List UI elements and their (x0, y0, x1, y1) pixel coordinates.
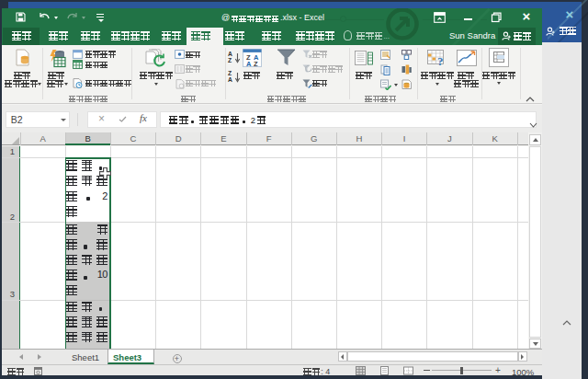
svg-text:A: A (246, 60, 252, 68)
svg-text:Z: Z (254, 60, 258, 68)
svg-text:?: ? (437, 54, 444, 68)
